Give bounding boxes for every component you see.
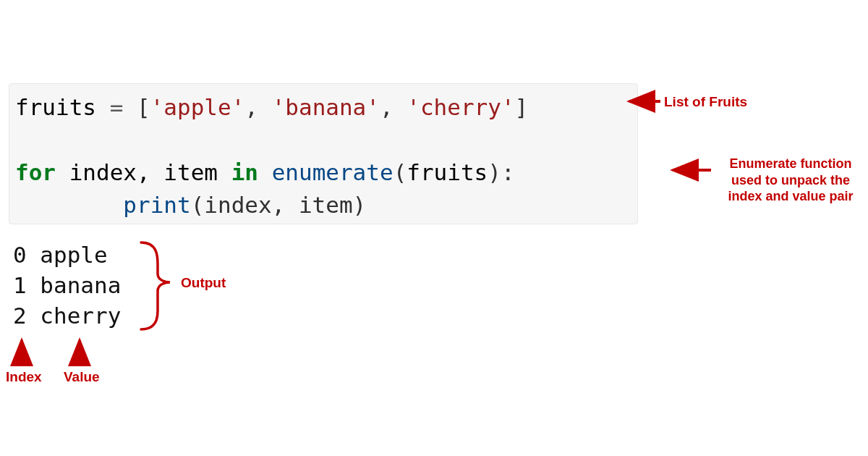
output-block: 0 apple 1 banana 2 cherry [13, 240, 121, 332]
annotation-output: Output [181, 275, 226, 291]
code-rbrack: ] [515, 94, 529, 120]
code-enum-fn: enumerate [272, 159, 393, 185]
annotation-enumerate: Enumerate function used to unpack the in… [715, 156, 867, 205]
code-indent [15, 192, 123, 218]
code-iter-vars: index, item [56, 159, 231, 185]
output-line-2: 1 banana [13, 272, 121, 298]
code-for-kw: for [15, 159, 56, 185]
annotation-value: Value [64, 369, 100, 385]
code-call-close: ): [488, 159, 514, 185]
annotation-list-of-fruits: List of Fruits [664, 94, 747, 110]
code-print-args: (index, item) [191, 192, 367, 218]
brace-output [141, 242, 170, 329]
code-var: fruits [15, 94, 96, 120]
diagram-canvas: fruits = ['apple', 'banana', 'cherry'] f… [0, 0, 868, 456]
code-lbrack: [ [137, 94, 150, 120]
code-print-fn: print [123, 192, 190, 218]
code-str3: 'cherry' [407, 94, 514, 120]
annotation-index: Index [6, 369, 42, 385]
arrows-overlay [0, 0, 868, 456]
code-comma1: , [244, 94, 271, 120]
output-line-3: 2 cherry [13, 303, 121, 329]
code-call-open: ( [393, 159, 407, 185]
code-call-arg: fruits [407, 159, 488, 185]
code-block: fruits = ['apple', 'banana', 'cherry'] f… [9, 83, 638, 224]
code-in-kw: in [231, 159, 258, 185]
output-line-1: 0 apple [13, 242, 108, 268]
code-assign: = [96, 94, 137, 120]
code-str1: 'apple' [150, 94, 245, 120]
code-comma2: , [380, 94, 407, 120]
code-str2: 'banana' [272, 94, 380, 120]
